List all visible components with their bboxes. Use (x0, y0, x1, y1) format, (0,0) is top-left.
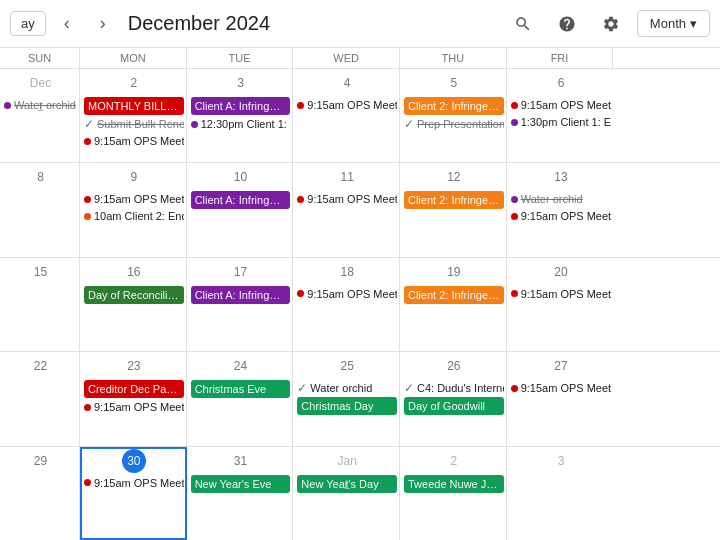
event-block[interactable]: Christmas Day (297, 397, 397, 415)
prev-button[interactable]: ‹ (52, 9, 82, 39)
day-cell-2-5[interactable]: 209:15am OPS Meeting (507, 258, 614, 351)
day-number[interactable]: 29 (29, 449, 53, 473)
day-number[interactable]: Jan 1 (335, 449, 359, 473)
settings-button[interactable] (593, 6, 629, 42)
day-cell-4-0[interactable]: 29 (0, 447, 80, 540)
day-number[interactable]: 18 (335, 260, 359, 284)
day-number[interactable]: 22 (29, 354, 53, 378)
day-number[interactable]: 6 (549, 71, 573, 95)
day-number[interactable]: 26 (442, 354, 466, 378)
day-number[interactable]: 13 (549, 165, 573, 189)
day-cell-3-5[interactable]: 279:15am OPS Meeting (507, 352, 614, 445)
event-dot[interactable]: 10am Client 2: End o... (84, 208, 184, 224)
day-number[interactable]: 2 (122, 71, 146, 95)
event-dot[interactable]: 9:15am OPS Meeting (297, 97, 397, 113)
day-number[interactable]: 10 (228, 165, 252, 189)
event-dot[interactable]: 9:15am OPS Meeting (511, 97, 612, 113)
day-cell-3-0[interactable]: 22 (0, 352, 80, 445)
day-cell-4-1[interactable]: 309:15am OPS Meeting (80, 447, 187, 540)
event-block[interactable]: Client 2: Infringement I (404, 286, 504, 304)
day-number[interactable]: Dec 1 (29, 71, 53, 95)
event-dot[interactable]: 12:30pm Client 1: En... (191, 116, 291, 132)
day-number[interactable]: 30 (122, 449, 146, 473)
day-cell-0-4[interactable]: 5Client 2: Infringement I✓Prep Presentat… (400, 69, 507, 162)
day-cell-3-4[interactable]: 26✓C4: Dudu's InternetDay of Goodwill (400, 352, 507, 445)
event-dot[interactable]: 9:15am OPS Meeting (84, 133, 184, 149)
day-number[interactable]: 4 (335, 71, 359, 95)
event-dot[interactable]: 1:30pm Client 1: End... (511, 114, 612, 130)
day-cell-2-4[interactable]: 19Client 2: Infringement I (400, 258, 507, 351)
day-number[interactable]: 23 (122, 354, 146, 378)
event-block[interactable]: Christmas Eve (191, 380, 291, 398)
day-cell-2-1[interactable]: 16Day of Reconciliation (80, 258, 187, 351)
event-block[interactable]: Client A: Infringement N (191, 97, 291, 115)
day-number[interactable]: 3 (228, 71, 252, 95)
event-block[interactable]: Client 2: Infringement I (404, 191, 504, 209)
search-button[interactable] (505, 6, 541, 42)
event-block[interactable]: Day of Goodwill (404, 397, 504, 415)
event-block[interactable]: Tweede Nuwe Jaar (404, 475, 504, 493)
day-cell-0-0[interactable]: Dec 1Water orchid (0, 69, 80, 162)
day-cell-3-2[interactable]: 24Christmas Eve (187, 352, 294, 445)
event-dot[interactable]: 9:15am OPS Meeting (297, 191, 397, 207)
next-button[interactable]: › (88, 9, 118, 39)
event-block[interactable]: MONTHLY BILLING (84, 97, 184, 115)
event-dot-check[interactable]: ✓Water orchid (297, 380, 397, 396)
event-dot[interactable]: 9:15am OPS Meeting (511, 286, 612, 302)
day-number[interactable]: 8 (29, 165, 53, 189)
event-block[interactable]: New Year's Day (297, 475, 397, 493)
event-dot[interactable]: 9:15am OPS Meeting (297, 286, 397, 302)
day-number[interactable]: 25 (335, 354, 359, 378)
day-cell-3-3[interactable]: 25✓Water orchidChristmas Day (293, 352, 400, 445)
day-cell-0-5[interactable]: 69:15am OPS Meeting1:30pm Client 1: End.… (507, 69, 614, 162)
event-dot-strikethrough[interactable]: ✓Prep Presentation fo... (404, 116, 504, 132)
event-dot[interactable]: 9:15am OPS Meeting (84, 399, 184, 415)
event-dot[interactable]: 9:15am OPS Meeting (84, 191, 184, 207)
day-number[interactable]: 20 (549, 260, 573, 284)
day-number[interactable]: 19 (442, 260, 466, 284)
day-cell-4-4[interactable]: 2Tweede Nuwe Jaar (400, 447, 507, 540)
day-cell-4-2[interactable]: 31New Year's Eve (187, 447, 294, 540)
day-number[interactable]: 27 (549, 354, 573, 378)
day-cell-3-1[interactable]: 23Creditor Dec Payments9:15am OPS Meetin… (80, 352, 187, 445)
day-number[interactable]: 9 (122, 165, 146, 189)
day-cell-0-2[interactable]: 3Client A: Infringement N12:30pm Client … (187, 69, 294, 162)
event-block[interactable]: Client A: Infringement N (191, 286, 291, 304)
day-cell-1-5[interactable]: 13Water orchid9:15am OPS Meeting (507, 163, 614, 256)
event-dot-check[interactable]: ✓C4: Dudu's Internet (404, 380, 504, 396)
day-number[interactable]: 11 (335, 165, 359, 189)
event-dot-strikethrough[interactable]: Water orchid (511, 191, 612, 207)
event-dot[interactable]: 9:15am OPS Meeting (511, 380, 612, 396)
event-block[interactable]: Client 2: Infringement I (404, 97, 504, 115)
day-cell-0-3[interactable]: 49:15am OPS Meeting (293, 69, 400, 162)
day-cell-2-3[interactable]: 189:15am OPS Meeting (293, 258, 400, 351)
day-number[interactable]: 12 (442, 165, 466, 189)
day-number[interactable]: 31 (228, 449, 252, 473)
day-number[interactable]: 15 (29, 260, 53, 284)
day-cell-4-5[interactable]: 3 (507, 447, 614, 540)
day-number[interactable]: 24 (228, 354, 252, 378)
day-cell-1-0[interactable]: 8 (0, 163, 80, 256)
event-dot-strikethrough[interactable]: ✓Submit Bulk Renew... (84, 116, 184, 132)
day-number[interactable]: 16 (122, 260, 146, 284)
event-block[interactable]: Day of Reconciliation (84, 286, 184, 304)
event-dot[interactable]: 9:15am OPS Meeting (84, 475, 184, 491)
day-cell-1-2[interactable]: 10Client A: Infringement N (187, 163, 294, 256)
event-block[interactable]: Client A: Infringement N (191, 191, 291, 209)
day-cell-0-1[interactable]: 2MONTHLY BILLING✓Submit Bulk Renew...9:1… (80, 69, 187, 162)
event-block[interactable]: New Year's Eve (191, 475, 291, 493)
day-cell-1-1[interactable]: 99:15am OPS Meeting10am Client 2: End o.… (80, 163, 187, 256)
day-number[interactable]: 2 (442, 449, 466, 473)
day-cell-2-0[interactable]: 15 (0, 258, 80, 351)
day-number[interactable]: 17 (228, 260, 252, 284)
event-block[interactable]: Creditor Dec Payments (84, 380, 184, 398)
view-selector[interactable]: Month ▾ (637, 10, 710, 37)
day-number[interactable]: 5 (442, 71, 466, 95)
today-button[interactable]: ay (10, 11, 46, 36)
day-cell-2-2[interactable]: 17Client A: Infringement N (187, 258, 294, 351)
day-cell-4-3[interactable]: Jan 1New Year's Day (293, 447, 400, 540)
event-dot[interactable]: 9:15am OPS Meeting (511, 208, 612, 224)
day-number[interactable]: 3 (549, 449, 573, 473)
help-button[interactable] (549, 6, 585, 42)
event-dot-strikethrough[interactable]: Water orchid (4, 97, 77, 113)
